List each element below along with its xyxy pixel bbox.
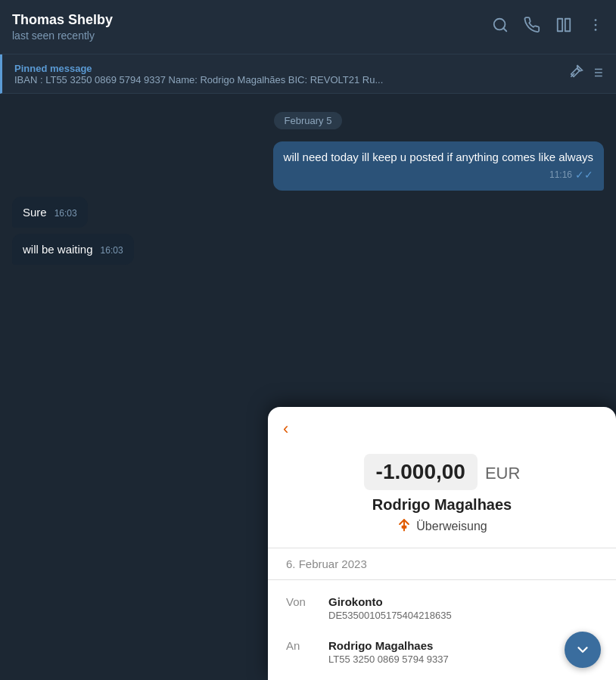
header-info: Thomas Shelby last seen recently — [12, 12, 492, 42]
svg-point-4 — [595, 19, 597, 21]
chat-header: Thomas Shelby last seen recently — [0, 0, 616, 54]
von-label: Von — [286, 595, 316, 621]
card-divider-1 — [268, 548, 616, 548]
message-received-2: will be waiting 16:03 — [12, 234, 604, 265]
an-label: An — [286, 639, 316, 665]
bubble-footer: 11:16 ✓✓ — [284, 168, 593, 183]
card-back-button[interactable]: ‹ — [268, 407, 303, 442]
svg-line-1 — [503, 28, 506, 31]
message-text: will need today ill keep u posted if any… — [284, 151, 593, 163]
card-amount-row: -1.000,00 EUR — [268, 454, 616, 490]
message-text: will be waiting — [23, 241, 93, 257]
pin-icon — [568, 64, 604, 83]
phone-icon[interactable] — [524, 17, 540, 38]
contact-name: Thomas Shelby — [12, 12, 492, 28]
pinned-content: Pinned message IBAN : LT55 3250 0869 579… — [14, 63, 562, 85]
card-type-row: Überweisung — [268, 517, 616, 536]
an-iban: LT55 3250 0869 5794 9337 — [328, 654, 449, 665]
svg-rect-2 — [558, 18, 562, 31]
message-sent-1: will need today ill keep u posted if any… — [12, 141, 604, 191]
an-content: Rodrigo Magalhaes LT55 3250 0869 5794 93… — [328, 639, 449, 665]
pinned-message-bar[interactable]: Pinned message IBAN : LT55 3250 0869 579… — [0, 54, 616, 94]
bubble-received-2: will be waiting 16:03 — [12, 234, 134, 265]
card-von-row: Von Girokonto DE53500105175404218635 — [268, 592, 616, 624]
bubble-sent-1: will need today ill keep u posted if any… — [273, 141, 604, 191]
pinned-title: Pinned message — [14, 63, 562, 74]
date-badge: February 5 — [274, 112, 343, 129]
scroll-down-button[interactable] — [565, 632, 601, 668]
message-received-1: Sure 16:03 — [12, 197, 604, 228]
von-name: Girokonto — [328, 595, 452, 608]
card-date: 6. Februar 2023 — [268, 557, 616, 579]
message-time: 11:16 — [549, 169, 572, 182]
von-content: Girokonto DE53500105175404218635 — [328, 595, 452, 621]
bubble-received-1: Sure 16:03 — [12, 197, 88, 228]
message-time: 16:03 — [54, 207, 77, 220]
more-options-icon[interactable] — [587, 17, 604, 38]
svg-rect-16 — [402, 526, 407, 529]
pinned-text: IBAN : LT55 3250 0869 5794 9337 Name: Ro… — [14, 74, 544, 85]
svg-point-5 — [595, 23, 597, 26]
message-text: Sure — [23, 204, 47, 220]
card-amount: -1.000,00 — [364, 454, 478, 490]
von-iban: DE53500105175404218635 — [328, 610, 452, 621]
message-time: 16:03 — [101, 244, 123, 257]
bubble-inline: Sure 16:03 — [23, 204, 77, 220]
svg-rect-3 — [565, 18, 570, 31]
layout-icon[interactable] — [555, 17, 572, 38]
contact-status: last seen recently — [12, 29, 492, 42]
card-an-row: An Rodrigo Magalhaes LT55 3250 0869 5794… — [268, 636, 616, 668]
date-separator: February 5 — [12, 112, 604, 129]
transfer-type-label: Überweisung — [416, 520, 487, 533]
an-name: Rodrigo Magalhaes — [328, 639, 449, 652]
card-recipient-name: Rodrigo Magalhaes — [268, 496, 616, 514]
bubble-inline: will be waiting 16:03 — [23, 241, 123, 257]
header-actions — [492, 17, 604, 38]
card-currency: EUR — [485, 464, 520, 483]
card-divider-2 — [268, 579, 616, 580]
transfer-icon — [397, 517, 412, 536]
bank-transfer-card: ‹ -1.000,00 EUR Rodrigo Magalhaes Überwe… — [268, 407, 616, 680]
search-icon[interactable] — [492, 17, 509, 38]
read-ticks-icon: ✓✓ — [575, 168, 593, 183]
svg-point-6 — [595, 29, 597, 31]
